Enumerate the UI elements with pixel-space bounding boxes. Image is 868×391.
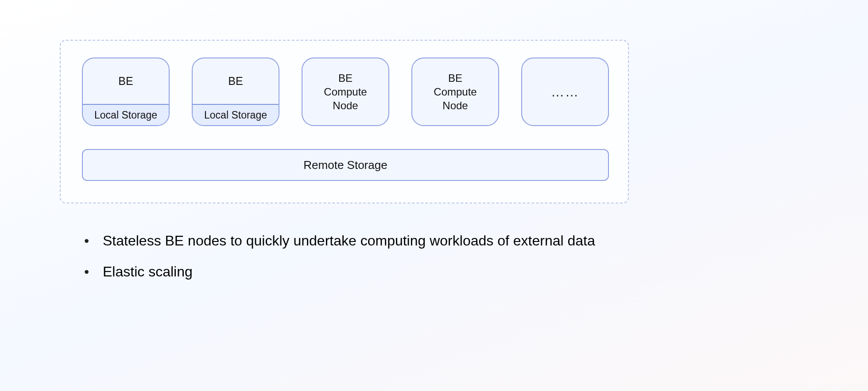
be-node-1: BE Local Storage [82,58,170,126]
remote-storage-bar: Remote Storage [82,149,609,181]
more-nodes: …… [521,58,609,126]
more-nodes-label: …… [551,84,579,100]
bullet-list: Stateless BE nodes to quickly undertake … [84,230,616,292]
be-node-2-title: BE [193,58,279,104]
be-node-2: BE Local Storage [192,58,279,126]
architecture-diagram: BE Local Storage BE Local Storage BE Com… [60,40,629,203]
remote-storage-label: Remote Storage [303,158,387,172]
bullet-item-1: Stateless BE nodes to quickly undertake … [84,230,616,251]
be-node-1-title: BE [83,58,169,104]
be-node-2-storage: Local Storage [193,104,279,125]
be-compute-node-2-title: BE Compute Node [430,58,480,125]
be-compute-node-1-title: BE Compute Node [320,58,370,125]
be-node-1-storage: Local Storage [83,104,169,125]
be-compute-node-2: BE Compute Node [411,58,499,126]
nodes-row: BE Local Storage BE Local Storage BE Com… [82,58,609,126]
bullet-item-2: Elastic scaling [84,261,616,282]
be-compute-node-1: BE Compute Node [302,58,389,126]
